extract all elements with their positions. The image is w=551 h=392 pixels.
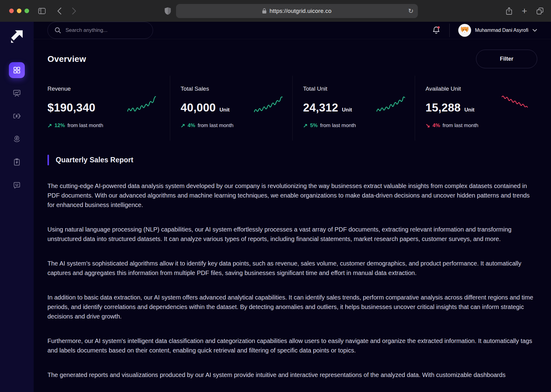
sparkline-up-icon: [254, 95, 283, 114]
sidebar-item-analytics[interactable]: [9, 85, 25, 101]
stat-value: 24,312: [303, 101, 338, 114]
trend-down-arrow-icon: ↘: [425, 122, 430, 129]
header-divider: [449, 24, 450, 37]
stat-total-unit: Total Unit 24,312 Unit ↗ 5% from last mo…: [292, 76, 415, 141]
stat-value: 40,000: [181, 101, 216, 114]
stat-label: Total Sales: [181, 85, 292, 92]
stat-revenue: Revenue $190,340 ↗ 12% from last month: [47, 76, 170, 141]
stat-unit: Unit: [219, 107, 230, 113]
location-bolt-icon: [13, 135, 21, 143]
stat-label: Total Unit: [303, 85, 415, 92]
chat-smiley-icon: [13, 181, 21, 189]
sidebar-item-dashboard[interactable]: [9, 62, 25, 78]
page-title: Overview: [47, 54, 86, 64]
avatar: [458, 24, 471, 37]
user-menu[interactable]: Muhammad Dani Asyrofi: [458, 24, 537, 37]
report-paragraph: Furthermore, our AI system's intelligent…: [47, 336, 537, 355]
report-paragraph: The cutting-edge AI-powered data analysi…: [47, 181, 537, 210]
window-controls: [9, 9, 29, 13]
global-search[interactable]: [47, 22, 153, 39]
address-bar[interactable]: https://outgrid.uicore.co ↻: [176, 4, 418, 18]
search-icon: [54, 27, 61, 34]
url-text: https://outgrid.uicore.co: [269, 8, 332, 14]
stat-change: ↘ 4% from last month: [425, 122, 537, 129]
notifications-bell-icon[interactable]: [432, 25, 441, 35]
filter-button[interactable]: Filter: [476, 50, 537, 68]
stat-label: Available Unit: [425, 85, 537, 92]
stat-unit: Unit: [464, 107, 474, 113]
sparkline-up-icon: [127, 95, 156, 114]
trend-up-arrow-icon: ↗: [303, 122, 308, 129]
top-header: Muhammad Dani Asyrofi: [34, 22, 551, 39]
overview-section: Overview Filter Revenue $190,340: [34, 39, 551, 141]
report-body: The cutting-edge AI-powered data analysi…: [47, 181, 537, 380]
tab-overview-icon[interactable]: [536, 7, 544, 15]
chevron-down-icon: [532, 29, 537, 32]
stat-total-sales: Total Sales 40,000 Unit ↗ 4% from last m…: [170, 76, 292, 141]
forward-icon[interactable]: [72, 7, 76, 15]
report-paragraph: The AI system's sophisticated algorithms…: [47, 259, 537, 278]
stat-change: ↗ 5% from last month: [303, 122, 415, 129]
search-input[interactable]: [66, 27, 146, 33]
share-icon[interactable]: [506, 7, 512, 15]
section-accent-bar: [47, 155, 49, 165]
lock-icon: [262, 8, 267, 14]
close-window-button[interactable]: [9, 9, 14, 13]
stat-change: ↗ 4% from last month: [181, 122, 292, 129]
sidebar-item-feedback[interactable]: [9, 177, 25, 193]
privacy-shield-icon: [164, 7, 171, 15]
back-icon[interactable]: [57, 7, 62, 15]
sidebar: [0, 22, 34, 392]
zoom-window-button[interactable]: [24, 9, 29, 13]
sparkline-up-icon: [376, 95, 406, 114]
stat-value: 15,288: [425, 101, 461, 114]
browser-chrome: https://outgrid.uicore.co ↻ +: [0, 0, 551, 22]
reload-icon[interactable]: ↻: [408, 4, 414, 18]
new-tab-icon[interactable]: +: [522, 6, 527, 16]
report-paragraph: The generated reports and visualizations…: [47, 370, 537, 380]
trend-up-arrow-icon: ↗: [47, 122, 52, 129]
stat-label: Revenue: [47, 85, 170, 92]
trend-up-arrow-icon: ↗: [181, 122, 185, 129]
sidebar-item-energy[interactable]: [9, 108, 25, 124]
battery-charging-icon: [13, 112, 21, 120]
stat-available-unit: Available Unit 15,288 Unit ↘ 4% from las…: [415, 76, 537, 141]
sidebar-item-location[interactable]: [9, 131, 25, 147]
dashboard-grid-icon: [13, 66, 21, 74]
minimize-window-button[interactable]: [17, 9, 21, 13]
app-logo: [10, 29, 24, 43]
sidebar-item-tasks[interactable]: [9, 154, 25, 170]
sidebar-toggle-icon[interactable]: [38, 8, 46, 14]
report-paragraph: Using natural language processing (NLP) …: [47, 225, 537, 244]
report-title: Quarterly Sales Report: [56, 156, 133, 164]
user-name: Muhammad Dani Asyrofi: [475, 28, 528, 33]
stat-value: $190,340: [47, 101, 96, 114]
report-section: Quarterly Sales Report The cutting-edge …: [34, 155, 551, 392]
report-paragraph: In addition to basic data extraction, ou…: [47, 293, 537, 321]
clipboard-bolt-icon: [13, 158, 21, 166]
stats-row: Revenue $190,340 ↗ 12% from last month: [47, 76, 537, 141]
stat-unit: Unit: [342, 107, 352, 113]
presentation-chart-icon: [13, 89, 21, 97]
sparkline-down-icon: [501, 95, 528, 112]
sidebar-nav: [9, 62, 25, 200]
stat-change: ↗ 12% from last month: [47, 122, 170, 129]
